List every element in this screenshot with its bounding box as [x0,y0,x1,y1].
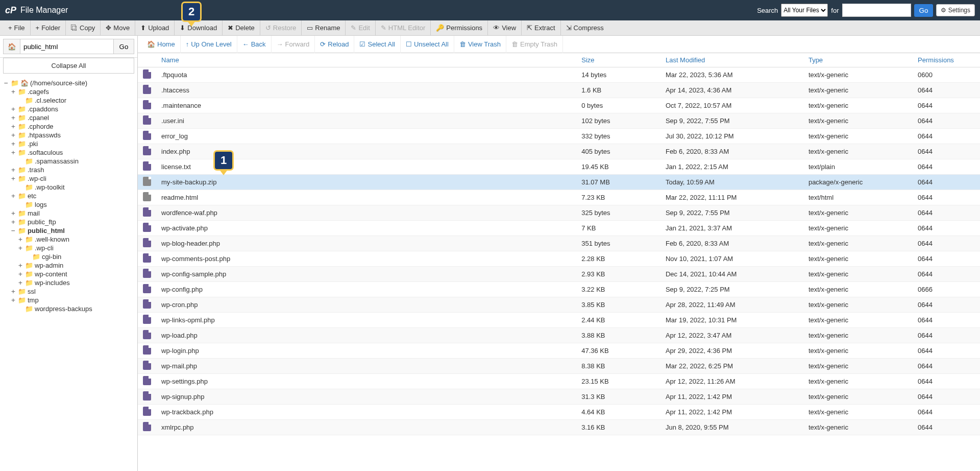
file-row[interactable]: wp-config-sample.php2.93 KBDec 14, 2021,… [138,267,980,282]
tree-node-pki[interactable]: +📁.pki [10,139,134,148]
rename-button[interactable]: ▭Rename [302,20,346,36]
nav-up-button[interactable]: ↑Up One Level [181,36,237,53]
file-row[interactable]: wp-trackback.php4.64 KBApr 11, 2022, 1:4… [138,405,980,420]
tree-root[interactable]: − 📁 🏠 (/home/source-site) [3,79,134,87]
tree-node-cpaddons[interactable]: +📁.cpaddons [10,105,134,113]
tree-toggle-icon[interactable]: + [10,288,16,295]
file-row[interactable]: license.txt19.45 KBJan 1, 2022, 2:15 AMt… [138,159,980,175]
tree-toggle-icon[interactable]: + [10,123,16,130]
path-input[interactable] [20,39,114,54]
tree-node-well-known[interactable]: +📁.well-known [10,235,134,244]
html-editor-button[interactable]: ✎HTML Editor [376,20,431,36]
tree-toggle-icon[interactable]: + [17,270,23,278]
tree-node-cpanel[interactable]: +📁.cpanel [10,113,134,122]
tree-node-cphorde[interactable]: +📁.cphorde [10,122,134,131]
col-name-header[interactable]: Name [156,53,576,67]
search-go-button[interactable]: Go [914,4,934,17]
file-row[interactable]: error_log332 bytesJul 30, 2022, 10:12 PM… [138,129,980,144]
edit-button[interactable]: ✎Edit [346,20,375,36]
tree-toggle-icon[interactable]: + [10,166,16,174]
file-row[interactable]: wp-settings.php23.15 KBApr 12, 2022, 11:… [138,374,980,389]
delete-button[interactable]: ✖Delete [223,20,260,36]
tree-toggle-icon[interactable]: + [10,175,16,182]
file-row[interactable]: .ftpquota14 bytesMar 22, 2023, 5:36 AMte… [138,67,980,83]
path-go-button[interactable]: Go [114,39,134,54]
collapse-all-button[interactable]: Collapse All [3,58,134,74]
move-button[interactable]: ✥Move [101,20,135,36]
tree-node-cagefs[interactable]: +📁.cagefs [10,87,134,96]
tree-node-htpasswds[interactable]: +📁.htpasswds [10,131,134,139]
tree-toggle-icon[interactable]: + [10,149,16,156]
tree-node-spamassassin[interactable]: 📁.spamassassin [10,157,134,166]
tree-node-wp-admin[interactable]: +📁wp-admin [10,261,134,270]
tree-node-public_html[interactable]: −📁public_html [10,226,134,235]
tree-node-trash[interactable]: +📁.trash [10,166,134,174]
col-modified-header[interactable]: Last Modified [660,53,803,67]
col-permissions-header[interactable]: Permissions [913,53,980,67]
tree-toggle-icon[interactable]: + [10,218,16,226]
nav-reload-button[interactable]: ⟳Reload [315,36,354,53]
nav-unselect-all-button[interactable]: ☐Unselect All [401,36,454,53]
search-scope-select[interactable]: All Your Files [781,4,828,17]
home-icon-button[interactable]: 🏠 [3,39,20,54]
settings-button[interactable]: ⚙ Settings [936,4,975,16]
file-row[interactable]: wp-config.php3.22 KBSep 9, 2022, 7:25 PM… [138,282,980,297]
nav-home-button[interactable]: 🏠Home [142,36,181,53]
tree-node-clselector[interactable]: 📁.cl.selector [10,96,134,105]
permissions-button[interactable]: 🔑Permissions [431,20,488,36]
tree-toggle-icon[interactable]: − [10,227,16,234]
tree-node-cgi-bin[interactable]: 📁cgi-bin [10,252,134,261]
file-row[interactable]: wp-activate.php7 KBJan 21, 2021, 3:37 AM… [138,221,980,236]
tree-toggle-icon[interactable]: + [10,114,16,122]
file-row[interactable]: wordfence-waf.php325 bytesSep 9, 2022, 7… [138,205,980,221]
file-row[interactable]: wp-load.php3.88 KBApr 12, 2022, 3:47 AMt… [138,328,980,343]
file-row[interactable]: wp-comments-post.php2.28 KBNov 10, 2021,… [138,251,980,267]
copy-button[interactable]: ⿻Copy [66,20,101,36]
tree-toggle-icon[interactable]: + [17,244,23,252]
tree-node-wordpress-backups[interactable]: 📁wordpress-backups [10,304,134,313]
extract-button[interactable]: ⇱Extract [522,20,560,36]
download-button[interactable]: ⬇Download [175,20,223,36]
tree-toggle-icon[interactable]: − [3,79,9,87]
file-row[interactable]: readme.html7.23 KBMar 22, 2022, 11:11 PM… [138,190,980,205]
tree-toggle-icon[interactable]: + [17,279,23,287]
tree-node-logs[interactable]: 📁logs [10,200,134,209]
tree-node-wp-content[interactable]: +📁wp-content [10,270,134,278]
tree-toggle-icon[interactable]: + [10,105,16,113]
tree-node-public_ftp[interactable]: +📁public_ftp [10,218,134,226]
tree-toggle-icon[interactable]: + [10,88,16,96]
col-type-header[interactable]: Type [803,53,913,67]
folder-button[interactable]: +Folder [31,20,66,36]
tree-toggle-icon[interactable]: + [10,209,16,217]
tree-toggle-icon[interactable]: + [10,131,16,139]
nav-back-button[interactable]: ←Back [237,36,272,53]
tree-node-mail[interactable]: +📁mail [10,209,134,218]
file-button[interactable]: +File [3,20,31,36]
nav-view-trash-button[interactable]: 🗑View Trash [454,36,506,53]
file-row[interactable]: wp-mail.php8.38 KBMar 22, 2022, 6:25 PMt… [138,359,980,374]
upload-button[interactable]: ⬆Upload [135,20,175,36]
nav-empty-trash-button[interactable]: 🗑Empty Trash [506,36,563,53]
tree-toggle-icon[interactable]: + [10,140,16,148]
file-row[interactable]: .user.ini102 bytesSep 9, 2022, 7:55 PMte… [138,113,980,129]
tree-node-wp-cli[interactable]: +📁.wp-cli [10,244,134,252]
file-row[interactable]: .htaccess1.6 KBApr 14, 2023, 4:36 AMtext… [138,83,980,98]
nav-forward-button[interactable]: →Forward [272,36,315,53]
tree-node-softaculous[interactable]: +📁.softaculous [10,148,134,157]
tree-node-ssl[interactable]: +📁ssl [10,287,134,296]
col-icon[interactable] [138,53,156,67]
file-row[interactable]: index.php405 bytesFeb 6, 2020, 8:33 AMte… [138,144,980,159]
tree-toggle-icon[interactable]: + [10,192,16,200]
col-size-header[interactable]: Size [576,53,660,67]
tree-toggle-icon[interactable]: + [17,236,23,243]
file-row[interactable]: wp-links-opml.php2.44 KBMar 19, 2022, 10… [138,313,980,328]
nav-select-all-button[interactable]: ☑Select All [354,36,400,53]
tree-node-wp-toolkit[interactable]: 📁.wp-toolkit [10,183,134,192]
file-row[interactable]: wp-cron.php3.85 KBApr 28, 2022, 11:49 AM… [138,297,980,313]
file-row[interactable]: wp-signup.php31.3 KBApr 11, 2022, 1:42 P… [138,389,980,405]
file-table-wrap[interactable]: Name Size Last Modified Type Permissions… [138,53,980,471]
file-row[interactable]: my-site-backup.zip31.07 MBToday, 10:59 A… [138,175,980,190]
tree-node-etc[interactable]: +📁etc [10,192,134,200]
tree-toggle-icon[interactable]: + [17,262,23,269]
tree-node-tmp[interactable]: +📁tmp [10,296,134,304]
